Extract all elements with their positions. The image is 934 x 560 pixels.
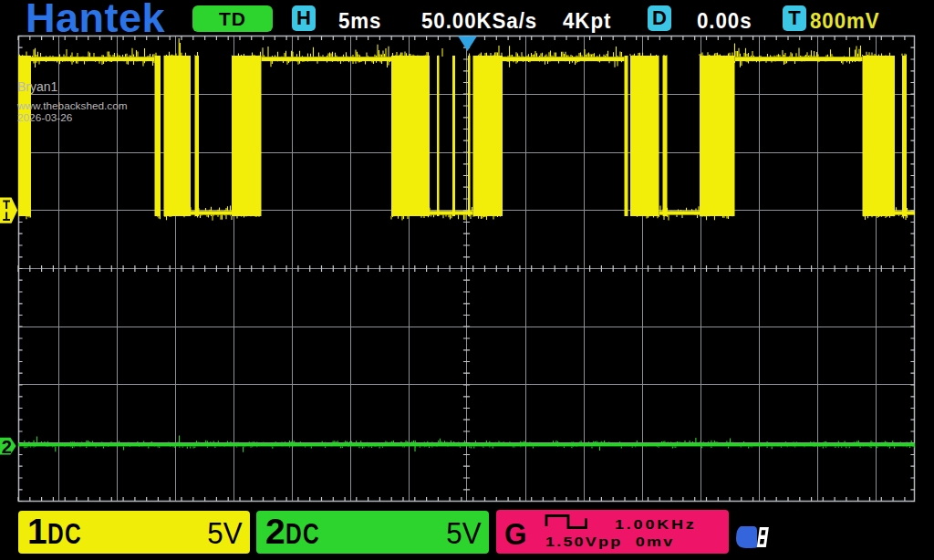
- svg-text:2026-03-26: 2026-03-26: [17, 111, 73, 124]
- svg-text:Bryan1: Bryan1: [17, 79, 58, 94]
- svg-text:www.thebackshed.com: www.thebackshed.com: [16, 99, 128, 112]
- svg-text:2: 2: [2, 437, 12, 457]
